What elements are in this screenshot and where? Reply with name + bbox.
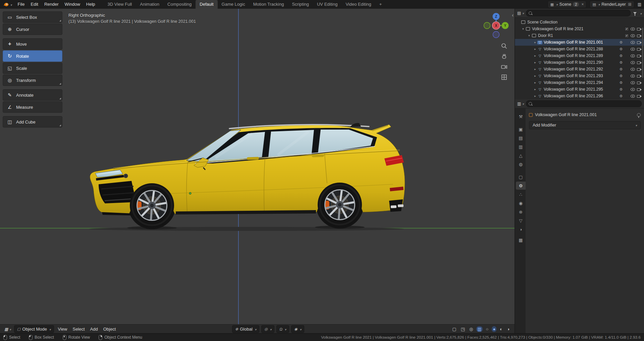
zoom-icon[interactable]: [500, 42, 508, 50]
viewport-menu-item[interactable]: Add: [88, 325, 101, 334]
viewport-menu-item[interactable]: View: [55, 325, 70, 334]
proportional-editing[interactable]: ◉: [291, 325, 304, 333]
modifier-wrench-icon[interactable]: [619, 94, 623, 98]
tool-button[interactable]: Select Box: [3, 11, 62, 23]
scene-unlink-button[interactable]: ×: [581, 2, 584, 7]
menu-item[interactable]: Render: [41, 2, 62, 7]
tool-button[interactable]: Cursor: [3, 23, 62, 35]
window-layout-icon[interactable]: ▥: [638, 2, 641, 7]
object[interactable]: ▢: [516, 173, 526, 181]
visibility-eye-icon[interactable]: [630, 74, 635, 78]
tool-button[interactable]: Scale: [3, 62, 62, 74]
material[interactable]: ◑: [516, 225, 526, 233]
outliner-editor-button[interactable]: ▤: [517, 11, 524, 15]
transform-orientation[interactable]: ⊕ Global: [232, 325, 259, 333]
transform-pivot[interactable]: ◎: [261, 325, 274, 333]
expand-caret[interactable]: ▸: [533, 47, 537, 51]
render-camera-icon[interactable]: [637, 60, 642, 65]
physics[interactable]: ◉: [516, 199, 526, 207]
editor-type-button[interactable]: ▦: [3, 327, 13, 332]
particles[interactable]: ∴: [516, 190, 526, 198]
properties-search[interactable]: [526, 100, 642, 107]
workspace-tab[interactable]: Default: [196, 0, 217, 9]
collection-checkbox[interactable]: [625, 27, 629, 31]
constraints[interactable]: ⊗: [516, 208, 526, 216]
tool-button[interactable]: Rotate: [3, 50, 62, 62]
object-origin-dot[interactable]: [189, 192, 191, 194]
chevron-down-icon[interactable]: [639, 11, 642, 16]
menu-item[interactable]: Edit: [28, 2, 41, 7]
properties-search-input[interactable]: [534, 101, 639, 106]
outliner-scrollbar[interactable]: [642, 28, 643, 78]
visibility-eye-icon[interactable]: [630, 53, 635, 58]
tool-button[interactable]: Add Cube: [3, 116, 62, 128]
outliner-row[interactable]: ▸ Volkswagen Golf R line 2021.295: [515, 86, 644, 93]
xray-toggle[interactable]: ▥: [476, 326, 482, 332]
scene[interactable]: △: [516, 151, 526, 159]
render-camera-icon[interactable]: [637, 67, 642, 71]
expand-caret[interactable]: ▸: [533, 61, 537, 64]
modifier-wrench-icon[interactable]: [619, 67, 623, 71]
render-camera-icon[interactable]: [637, 53, 642, 58]
viewport-menu-item[interactable]: Object: [101, 325, 119, 334]
visibility-eye-icon[interactable]: [630, 80, 635, 85]
modifier-wrench-icon[interactable]: [619, 54, 623, 58]
modifier-wrench-icon[interactable]: [619, 87, 623, 92]
expand-caret[interactable]: ▸: [533, 94, 537, 98]
shading-rendered[interactable]: ◑: [506, 326, 511, 332]
outliner-row[interactable]: Scene Collection: [515, 19, 644, 26]
workspace-tab[interactable]: Game Logic: [218, 0, 249, 9]
selectability-toggle[interactable]: ▢: [451, 326, 457, 332]
modifier-wrench-icon[interactable]: [619, 74, 623, 78]
shading-solid[interactable]: ●: [492, 326, 496, 332]
workspace-tab[interactable]: UV Editing: [313, 0, 341, 9]
visibility-eye-icon[interactable]: [630, 40, 635, 45]
pin-icon[interactable]: [637, 113, 641, 117]
outliner-search[interactable]: [526, 10, 631, 16]
outliner-row[interactable]: ▸ Volkswagen Golf R line 2021.296: [515, 93, 644, 99]
navigation-gizmo[interactable]: Z Y X: [482, 11, 511, 40]
expand-caret[interactable]: ▸: [533, 54, 537, 57]
outliner-search-input[interactable]: [534, 10, 628, 16]
viewport-menu-item[interactable]: Select: [70, 325, 87, 334]
car-model[interactable]: [90, 123, 405, 229]
gizmo-toggle[interactable]: ◳: [460, 326, 466, 332]
filter-funnel-icon[interactable]: [633, 12, 637, 14]
overlays-toggle[interactable]: ◎: [468, 326, 474, 332]
render-camera-icon[interactable]: [637, 27, 642, 31]
scene-selector[interactable]: ▦ Scene 2 ×: [548, 1, 587, 8]
sidebar-collapse-arrow[interactable]: ‹: [512, 13, 514, 17]
modifier-wrench-icon[interactable]: [619, 47, 623, 51]
mode-dropdown[interactable]: ▢ Object Mode: [14, 325, 54, 333]
workspace-tab[interactable]: Motion Tracking: [249, 0, 288, 9]
expand-caret[interactable]: ▾: [527, 34, 531, 37]
snapping-magnet[interactable]: Ω: [276, 325, 289, 333]
tool-button[interactable]: Transform: [3, 75, 62, 86]
view-layer[interactable]: ▥: [516, 143, 526, 151]
menu-item[interactable]: Help: [83, 2, 98, 7]
world[interactable]: ◍: [516, 160, 526, 168]
visibility-eye-icon[interactable]: [630, 47, 635, 51]
outliner-row[interactable]: ▾ Volkswagen Golf R line 2021: [515, 26, 644, 32]
visibility-eye-icon[interactable]: [630, 60, 635, 65]
gizmo-z-neg-axis[interactable]: [493, 32, 499, 38]
outliner-row[interactable]: ▾ Door R1: [515, 32, 644, 39]
menu-item[interactable]: File: [15, 2, 28, 7]
output[interactable]: ▤: [516, 134, 526, 142]
tool-button[interactable]: Measure: [3, 101, 62, 113]
workspace-tab[interactable]: Video Editing: [341, 0, 375, 9]
workspace-tab[interactable]: 3D View Full: [104, 0, 136, 9]
tool[interactable]: ⚒: [516, 112, 526, 120]
workspace-tab[interactable]: Animation: [136, 0, 163, 9]
view-layer-selector[interactable]: ▤ RenderLayer ⊞: [590, 1, 634, 8]
outliner-row[interactable]: ▸ Volkswagen Golf R line 2021.293: [515, 72, 644, 79]
new-view-layer-button[interactable]: ⊞: [628, 2, 632, 7]
expand-caret[interactable]: ▸: [533, 41, 537, 44]
expand-caret[interactable]: ▸: [533, 88, 537, 91]
render-camera-icon[interactable]: [637, 40, 642, 45]
outliner-row[interactable]: ▸ Volkswagen Golf R line 2021.288: [515, 46, 644, 52]
render-camera-icon[interactable]: [637, 94, 642, 98]
workspace-tab[interactable]: Scripting: [288, 0, 313, 9]
render-camera-icon[interactable]: [637, 74, 642, 78]
outliner-row[interactable]: ▸ Volkswagen Golf R line 2021.292: [515, 66, 644, 72]
